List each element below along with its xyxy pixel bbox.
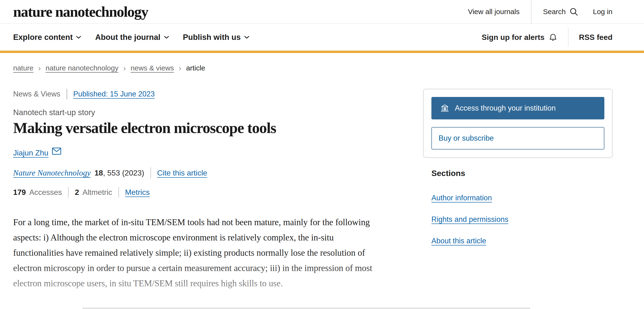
nav-label: Publish with us [183, 33, 241, 42]
nav-menu: Explore content About the journal Publis… [13, 33, 250, 42]
institution-icon [440, 104, 449, 112]
header-divider [531, 0, 532, 24]
journal-nav: Explore content About the journal Publis… [0, 24, 644, 50]
breadcrumb-news-views[interactable]: news & views [131, 64, 174, 72]
article-kicker: Nanotech start-up story [13, 108, 386, 117]
search-label: Search [543, 8, 566, 16]
metrics-divider [118, 187, 119, 198]
buy-or-subscribe-button[interactable]: Buy or subscribe [432, 127, 604, 150]
article-sidebar: Access through your institution Buy or s… [423, 89, 612, 291]
article-body-wrap: For a long time, the market of in-situ T… [13, 215, 386, 291]
search-button[interactable]: Search [543, 7, 578, 16]
breadcrumb-separator: › [123, 64, 126, 72]
breadcrumb-separator: › [179, 64, 181, 72]
breadcrumb-separator: › [38, 64, 41, 72]
breadcrumb: nature › nature nanotechnology › news & … [13, 64, 612, 72]
accesses-count: 179 [13, 188, 26, 197]
accent-bar [0, 50, 644, 53]
chevron-down-icon [244, 36, 250, 39]
citation-line: Nature Nanotechnology 18 , 553 (2023) Ci… [13, 168, 386, 178]
nav-explore-content[interactable]: Explore content [13, 33, 81, 42]
journal-link[interactable]: Nature Nanotechnology [13, 168, 91, 178]
metrics-link[interactable]: Metrics [125, 188, 150, 197]
citation-pages: , 553 (2023) [103, 168, 144, 178]
article-category: News & Views [13, 90, 60, 98]
breadcrumb-nature[interactable]: nature [13, 64, 34, 72]
citation-divider [150, 168, 151, 178]
view-all-journals-link[interactable]: View all journals [468, 8, 520, 16]
nav-publish-with-us[interactable]: Publish with us [183, 33, 250, 42]
login-link[interactable]: Log in [593, 8, 612, 16]
sections-title: Sections [432, 168, 612, 178]
signup-alerts-link[interactable]: Sign up for alerts [482, 33, 557, 42]
access-institution-button[interactable]: Access through your institution [432, 97, 604, 120]
breadcrumb-current: article [186, 64, 205, 72]
nav-divider [568, 28, 568, 46]
author-link[interactable]: Jiajun Zhu [13, 148, 48, 157]
altmetric-count: 2 [75, 188, 79, 197]
metrics-line: 179 Accesses 2 Altmetric Metrics [13, 187, 386, 198]
header-actions: View all journals Search Log in [468, 0, 612, 24]
mail-icon[interactable] [52, 147, 62, 155]
article-body: For a long time, the market of in-situ T… [13, 215, 386, 291]
bell-icon [548, 33, 558, 42]
citation-volume: 18 [94, 168, 103, 178]
journal-logo[interactable]: nature nanotechnology [13, 3, 148, 20]
access-institution-label: Access through your institution [455, 104, 556, 112]
breadcrumb-journal[interactable]: nature nanotechnology [46, 64, 118, 72]
next-content-edge [82, 308, 530, 309]
chevron-down-icon [164, 36, 169, 39]
rss-feed-link[interactable]: RSS feed [579, 33, 612, 42]
metrics-divider [68, 187, 68, 198]
section-link-about-this-article[interactable]: About this article [432, 237, 486, 245]
alerts-label: Sign up for alerts [482, 33, 544, 42]
access-options-card: Access through your institution Buy or s… [423, 89, 612, 158]
buy-or-subscribe-label: Buy or subscribe [438, 134, 494, 142]
chevron-down-icon [76, 36, 81, 39]
published-date-link[interactable]: Published: 15 June 2023 [73, 90, 155, 98]
nav-utilities: Sign up for alerts RSS feed [482, 24, 612, 50]
meta-divider [67, 89, 67, 99]
sections-nav: Sections Author information Rights and p… [423, 168, 612, 245]
nav-label: Explore content [13, 33, 72, 42]
site-header: nature nanotechnology View all journals … [0, 0, 644, 24]
section-link-author-information[interactable]: Author information [432, 194, 492, 202]
nav-about-the-journal[interactable]: About the journal [95, 33, 169, 42]
cite-this-article-link[interactable]: Cite this article [157, 168, 207, 178]
author-line: Jiajun Zhu [13, 148, 386, 157]
search-icon [569, 7, 578, 16]
article-main: News & Views Published: 15 June 2023 Nan… [13, 89, 386, 291]
section-link-rights-permissions[interactable]: Rights and permissions [432, 215, 508, 224]
article-title: Making versatile electron microscope too… [13, 119, 386, 137]
nav-label: About the journal [95, 33, 160, 42]
accesses-label: Accesses [29, 188, 62, 197]
article-meta: News & Views Published: 15 June 2023 [13, 89, 386, 99]
altmetric-label: Altmetric [82, 188, 112, 197]
